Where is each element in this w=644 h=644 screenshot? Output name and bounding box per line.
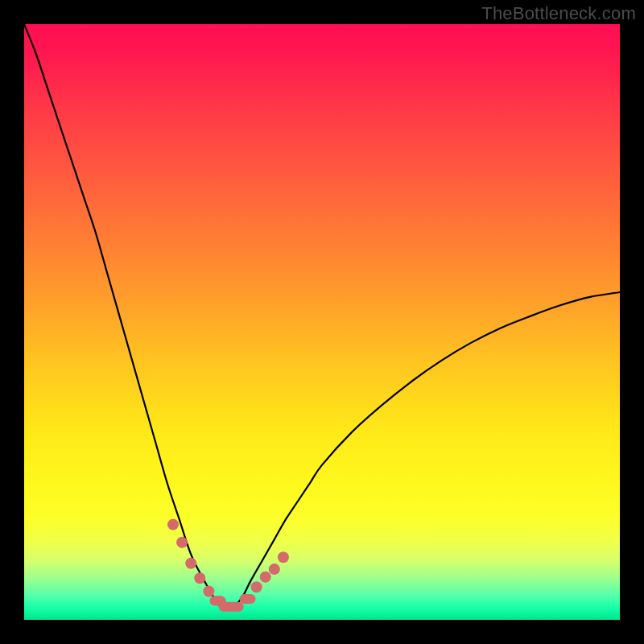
valley-marker — [251, 581, 262, 592]
plot-area — [24, 24, 620, 620]
valley-markers — [167, 519, 289, 612]
valley-marker — [194, 572, 205, 584]
watermark-text: TheBottleneck.com — [481, 3, 636, 24]
valley-marker — [228, 602, 244, 612]
valley-marker — [167, 519, 179, 530]
chart-frame: TheBottleneck.com — [0, 0, 644, 644]
bottleneck-curve — [24, 24, 620, 608]
valley-marker — [260, 572, 271, 583]
valley-marker — [240, 594, 256, 604]
valley-marker — [203, 585, 214, 597]
bottleneck-curve-svg — [24, 24, 620, 620]
valley-marker — [176, 537, 188, 548]
valley-marker — [278, 551, 289, 563]
valley-marker — [269, 564, 280, 575]
valley-marker — [185, 558, 196, 569]
